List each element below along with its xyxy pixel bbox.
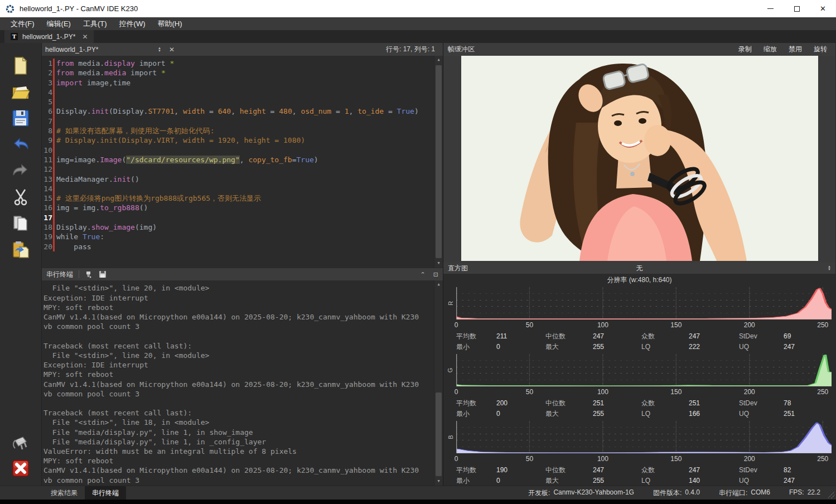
terminal-line: CanMV v1.4.1(based on Micropython e00a14… [44, 466, 443, 475]
line-number: 11 [42, 155, 52, 164]
stat-label: 最大 [545, 476, 593, 486]
status-item: FPS:22.2 [789, 488, 820, 498]
stat-value: 255 [593, 476, 641, 486]
status-item: 开发板:Canmv-K230-Yahboom-1G [528, 488, 634, 498]
collapse-panel-icon[interactable]: ⌃ [421, 271, 426, 278]
menu-item[interactable]: 文件(F) [4, 18, 41, 30]
stop-icon[interactable] [9, 457, 32, 480]
file-combo-icon[interactable]: ▲▼ [158, 47, 161, 52]
stat-label: 平均数 [456, 398, 496, 409]
menu-item[interactable]: 编辑(E) [41, 18, 77, 30]
fb-button-录制[interactable]: 录制 [738, 45, 752, 54]
line-number: 14 [42, 184, 52, 193]
channel-axis-label: R [444, 287, 456, 319]
stat-label: 中位数 [545, 465, 593, 476]
stat-label: UQ [739, 342, 784, 352]
stat-value: 0 [496, 476, 545, 486]
stat-value: 247 [784, 342, 832, 352]
bottom-tab-串行终端[interactable]: 串行终端 [85, 486, 126, 500]
framebuffer-view [443, 56, 835, 263]
undo-icon[interactable] [9, 133, 32, 156]
line-number: 10 [42, 146, 52, 155]
channel-stats: 平均数200中位数251众数251StDev78最小0最大255LQ166UQ2… [456, 398, 832, 419]
histogram-channel-R: R050100150200250平均数211中位数247众数247StDev69… [443, 287, 835, 353]
scroll-down-icon[interactable]: ▼ [434, 477, 443, 486]
stat-label: StDev [739, 398, 784, 409]
fb-button-禁用[interactable]: 禁用 [789, 45, 802, 54]
connect-icon[interactable] [9, 431, 32, 454]
clear-terminal-icon[interactable] [85, 270, 93, 279]
new-file-icon[interactable] [9, 54, 32, 77]
stat-value: 251 [689, 398, 739, 409]
stat-label: 最大 [545, 342, 593, 352]
save-log-icon[interactable] [99, 270, 107, 278]
line-number: 4 [42, 88, 52, 97]
stat-label: 最小 [456, 409, 496, 419]
terminal-header: 串行终端 ⌃ ⊡ [42, 268, 443, 280]
menu-item[interactable]: 控件(W) [113, 18, 152, 30]
save-file-icon[interactable] [9, 106, 32, 130]
editor-scroll-thumb[interactable] [436, 65, 442, 258]
scroll-up-icon[interactable]: ▲ [434, 280, 443, 289]
code-line [56, 88, 443, 97]
stat-label: 最小 [456, 476, 496, 486]
code-line: while True: [56, 232, 443, 241]
menu-bar: 文件(F)编辑(E)工具(T)控件(W)帮助(H) [0, 17, 836, 30]
line-number: 5 [42, 97, 52, 106]
x-tick-label: 0 [455, 455, 458, 463]
line-number: 9 [42, 135, 52, 145]
x-tick-label: 200 [744, 321, 755, 329]
tab-close-icon[interactable]: ✕ [82, 33, 88, 41]
stat-value: 200 [496, 398, 545, 409]
redo-icon[interactable] [9, 159, 32, 182]
editor-close-icon[interactable]: ✕ [169, 46, 175, 54]
terminal-scrollbar[interactable]: ▲ ▼ [434, 280, 443, 486]
scroll-down-icon[interactable]: ▼ [434, 259, 443, 268]
editor-scrollbar[interactable]: ▲ ▼ [434, 56, 443, 268]
copy-icon[interactable] [9, 211, 32, 235]
terminal-line: File "media/display.py", line 1, in show… [44, 428, 443, 437]
bottom-tab-搜索结果[interactable]: 搜索结果 [44, 486, 85, 500]
dock-panel-icon[interactable]: ⊡ [433, 271, 438, 278]
stat-value: 222 [689, 342, 739, 352]
fb-button-缩放[interactable]: 缩放 [763, 45, 777, 54]
x-tick-label: 250 [817, 388, 828, 396]
menu-item[interactable]: 工具(T) [77, 18, 113, 30]
resize-grip[interactable] [828, 492, 835, 498]
maximize-button[interactable] [784, 0, 810, 17]
stat-value: 69 [784, 331, 832, 342]
cut-icon[interactable] [9, 185, 32, 209]
line-number: 8 [42, 126, 52, 135]
stat-value: 0 [496, 342, 545, 352]
minimize-button[interactable] [757, 0, 784, 17]
file-tab[interactable]: T helloworld_1-.PY* ✕ [4, 30, 94, 43]
channel-axis-label: B [444, 421, 456, 453]
fb-button-旋转[interactable]: 旋转 [814, 45, 827, 54]
code-line: img=image.Image("/sdcard/resources/wp.pn… [56, 155, 443, 164]
scroll-up-icon[interactable]: ▲ [434, 56, 443, 64]
close-button[interactable]: ✕ [810, 0, 836, 17]
menu-item[interactable]: 帮助(H) [152, 18, 189, 30]
terminal-line: File "<stdin>", line 18, in <module> [44, 418, 443, 427]
paste-icon[interactable] [9, 238, 32, 261]
stat-label: LQ [641, 476, 689, 486]
line-number: 13 [42, 175, 52, 184]
x-tick-label: 50 [526, 455, 533, 463]
open-file-icon[interactable] [9, 80, 32, 104]
stat-value: 166 [689, 409, 739, 419]
code-line: import image,time [56, 78, 443, 88]
canmv-ide-window: helloworld_1-.PY - CanMV IDE K230 ✕ 文件(F… [0, 0, 836, 504]
code-editor[interactable]: 1234567891011121314151617181920 from med… [42, 56, 443, 268]
status-item: 固件版本:0.4.0 [653, 488, 700, 498]
change-bar [53, 59, 55, 268]
histogram-mode-select[interactable]: 无 [443, 264, 835, 273]
terminal-scroll-thumb[interactable] [436, 392, 442, 476]
terminal-title: 串行终端 [46, 270, 73, 279]
editor-filename: helloworld_1-.PY* [45, 46, 98, 54]
x-tick-label: 150 [670, 321, 682, 329]
file-tab-label: helloworld_1-.PY* [22, 33, 75, 41]
code-line: # 这里必须将png图片转换为rgb888或rgb565，否则无法显示 [56, 193, 443, 203]
stat-label: StDev [739, 331, 784, 342]
serial-terminal[interactable]: File "<stdin>", line 20, in <module>Exce… [42, 280, 443, 486]
terminal-line: CanMV v1.4.1(based on Micropython e00a14… [44, 380, 443, 389]
